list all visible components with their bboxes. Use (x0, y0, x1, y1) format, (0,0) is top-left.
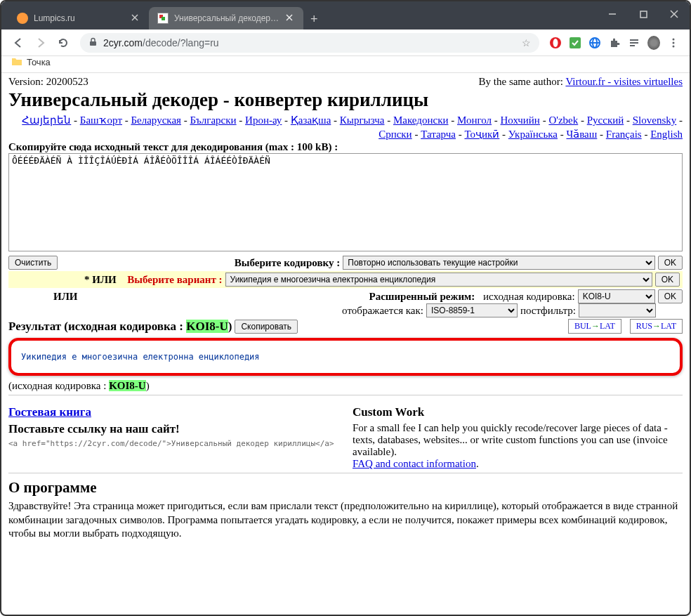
lang-link[interactable]: Français (606, 129, 642, 140)
custom-work-text: For a small fee I can help you quickly r… (353, 422, 683, 458)
page-content: Version: 20200523 By the same author: Vi… (1, 73, 690, 588)
svg-rect-1 (640, 11, 647, 18)
ok-button-2[interactable]: OK (655, 273, 680, 287)
result-output: Уикипедия е многоезична електронна енцик… (8, 338, 683, 376)
divider (8, 395, 683, 395)
clear-button[interactable]: Очистить (8, 256, 58, 270)
about-title: О программе (8, 479, 683, 497)
guestbook-col: Гостевая книга Поставьте ссылку на наш с… (8, 402, 338, 470)
lang-link[interactable]: Тоҷикӣ (464, 129, 499, 140)
divider (8, 473, 683, 473)
custom-work-title: Custom Work (353, 405, 683, 419)
extensions-puzzle-icon[interactable] (608, 37, 621, 49)
favicon-icon (157, 13, 169, 24)
bookmark-folder[interactable]: Точка (11, 56, 51, 68)
extension-opera-icon[interactable] (549, 37, 562, 49)
tab-lumpics[interactable]: Lumpics.ru (8, 7, 149, 30)
lang-link[interactable]: Чӑваш (566, 129, 597, 140)
close-button[interactable] (659, 1, 690, 27)
close-tab-icon[interactable] (285, 13, 295, 23)
link-us-label: Поставьте ссылку на наш сайт! (8, 422, 338, 436)
lang-link[interactable]: Slovensky (633, 114, 677, 126)
lang-link[interactable]: Кыргызча (340, 114, 385, 126)
svg-point-12 (553, 39, 558, 47)
lang-link[interactable]: Русский (587, 114, 624, 126)
advanced-label: Расширенный режим: (369, 291, 475, 303)
svg-point-21 (673, 41, 675, 44)
lang-link[interactable]: Македонски (393, 114, 449, 126)
info-columns: Гостевая книга Поставьте ссылку на наш с… (8, 402, 683, 470)
maximize-button[interactable] (628, 1, 659, 27)
reload-button[interactable] (52, 32, 74, 54)
lock-icon (88, 37, 98, 48)
copy-button[interactable]: Скопировать (235, 320, 298, 334)
faq-link[interactable]: FAQ and contact information (353, 458, 476, 469)
encoding-select[interactable]: Повторно использовать текущие настройки (343, 256, 654, 270)
source-enc-label: исходная кодировка: (483, 291, 575, 303)
lang-link[interactable]: Нохчийн (501, 114, 540, 126)
lang-link[interactable]: Монгол (457, 114, 492, 126)
back-button[interactable] (7, 32, 29, 54)
lang-link[interactable]: Беларуская (131, 114, 181, 126)
variant-select[interactable]: Уикипедия е многоезична електронна енцик… (225, 273, 652, 287)
page-title: Универсальный декодер - конвертер кирилл… (8, 89, 683, 111)
language-links: Հայերեն - Башҡорт - Беларуская - Българс… (8, 114, 683, 141)
display-as-select[interactable]: ISO-8859-1 (426, 303, 518, 317)
folder-icon (11, 56, 22, 68)
lang-link[interactable]: Български (190, 114, 236, 126)
address-bar: 2cyr.com/decode/?lang=ru ☆ (1, 30, 690, 56)
guestbook-link[interactable]: Гостевая книга (8, 405, 91, 419)
svg-rect-10 (90, 41, 96, 46)
profile-avatar[interactable] (647, 37, 660, 49)
result-label: Результат (исходная кодировка : KOI8-U) (8, 320, 232, 334)
rus-lat-button[interactable]: RUS→LAT (630, 319, 683, 334)
ok-button-1[interactable]: OK (658, 256, 683, 270)
svg-rect-7 (162, 17, 165, 20)
postfilter-label: постфильтр: (520, 305, 576, 317)
minimize-button[interactable] (597, 1, 628, 27)
svg-point-22 (673, 45, 675, 47)
link-us-code: <a href="https://2cyr.com/decode/">Униве… (8, 439, 338, 448)
tab-decoder[interactable]: Универсальный декодер - конв (149, 7, 303, 30)
virtour-link[interactable]: Virtour.fr - visites virtuelles (565, 76, 683, 87)
bul-lat-button[interactable]: BUL→LAT (568, 319, 621, 334)
postfilter-select[interactable] (579, 303, 656, 317)
extension-globe-icon[interactable] (588, 37, 601, 49)
url-input[interactable]: 2cyr.com/decode/?lang=ru ☆ (80, 33, 539, 53)
extensions-area (545, 37, 684, 49)
display-as-label: отображается как: (342, 305, 423, 317)
window-controls (597, 1, 690, 27)
custom-work-col: Custom Work For a small fee I can help y… (353, 402, 683, 470)
version-text: Version: 20200523 (8, 76, 88, 88)
ok-button-3[interactable]: OK (658, 289, 683, 303)
lang-link[interactable]: Српски (379, 129, 412, 140)
tab-title: Универсальный декодер - конв (174, 13, 281, 23)
reading-list-icon[interactable] (628, 37, 640, 49)
url-path: /decode/?lang=ru (143, 37, 219, 48)
url-host: 2cyr.com (103, 37, 143, 48)
lang-link[interactable]: Башҡорт (80, 114, 122, 126)
by-author: By the same author: Virtour.fr - visites… (479, 76, 683, 88)
title-bar: Lumpics.ru Универсальный декодер - конв … (1, 1, 690, 52)
lang-link[interactable]: English (650, 129, 683, 140)
lang-link[interactable]: Татарча (421, 129, 456, 140)
bookmark-star-icon[interactable]: ☆ (522, 37, 531, 48)
svg-point-20 (673, 38, 675, 40)
tab-title: Lumpics.ru (34, 13, 126, 23)
lang-link[interactable]: O'zbek (548, 114, 578, 126)
menu-icon[interactable] (667, 37, 680, 49)
new-tab-button[interactable]: + (303, 9, 325, 30)
lang-link[interactable]: Ирон-ау (245, 114, 282, 126)
lang-link[interactable]: Українська (508, 129, 558, 140)
forward-button[interactable] (29, 32, 52, 54)
select-encoding-label: Выберите кодировку : (235, 257, 340, 269)
lang-link[interactable]: Հայերեն (22, 114, 71, 126)
about-text: Здравствуйте! Эта страница может пригоди… (8, 499, 683, 541)
close-tab-icon[interactable] (131, 13, 140, 23)
source-encoding-select[interactable]: KOI8-U (578, 289, 655, 303)
tab-strip: Lumpics.ru Универсальный декодер - конв … (1, 1, 690, 30)
lang-link[interactable]: Қазақша (291, 114, 331, 126)
extension-check-icon[interactable] (569, 37, 581, 49)
or-label: * ИЛИ (84, 274, 117, 286)
source-text-input[interactable] (8, 153, 683, 251)
